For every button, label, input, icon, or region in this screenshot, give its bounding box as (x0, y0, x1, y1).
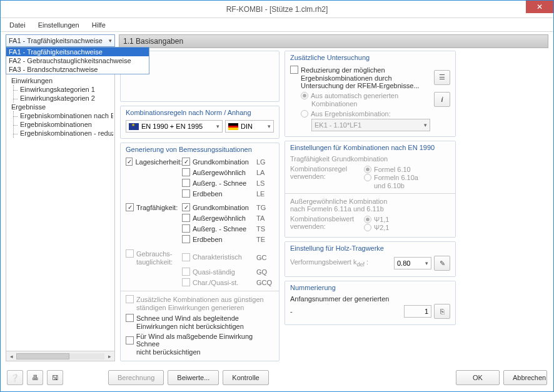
cb-tragfaehigkeit[interactable] (126, 203, 134, 211)
nav-er2[interactable]: Ergebniskombinationen (19, 120, 113, 129)
rad-ek (301, 110, 308, 118)
case-select-value: FA1 - Tragfähigkeitsnachweise (9, 37, 103, 44)
group-generation: Generierung von Bemessungssituationen La… (120, 143, 280, 361)
window-title: RF-KOMBI - [Stütze 1.clm.rh2] (226, 5, 328, 14)
group-zusatz: Zusätzliche Untersuchung Reduzierung der… (285, 51, 456, 137)
code-value: EN 1990 + EN 1995 (141, 123, 203, 130)
cb-tg-erdbeben[interactable] (182, 235, 190, 243)
export-icon-button[interactable]: 🖶 (27, 370, 43, 385)
close-button[interactable]: ✕ (526, 1, 553, 13)
cb-gq (182, 268, 190, 276)
group-generation-title: Generierung von Bemessungssituationen (126, 146, 274, 153)
nav-hscrollbar[interactable]: ◂ ▸ (6, 351, 114, 361)
beiwerte-button[interactable]: Beiwerte... (168, 370, 219, 385)
nav-er3[interactable]: Ergebniskombinationen - reduziert (19, 129, 113, 138)
chevron-down-icon: ▾ (268, 123, 271, 129)
cb-reduce[interactable] (290, 66, 298, 74)
case-select-dropdown: FA1 - Tragfähigkeitsnachweise FA2 - Gebr… (6, 47, 149, 74)
nav-er1[interactable]: Ergebniskombinationen nach Einwirkungen (19, 111, 113, 120)
cb-extra2[interactable] (126, 314, 134, 322)
de-flag-icon (228, 123, 238, 130)
cb-gcq (182, 278, 190, 286)
group-holz: Einstellung für Holz-Tragwerke Verformun… (285, 241, 456, 277)
cb-tg-grund[interactable] (182, 203, 190, 211)
chevron-down-icon: ▾ (109, 38, 112, 44)
help-icon-button[interactable]: ❔ (7, 370, 23, 385)
cb-lg-ausser[interactable] (182, 168, 190, 176)
group-norm: Kombinationsregeln nach Norm / Anhang EN… (120, 106, 280, 139)
kontrolle-button[interactable]: Kontrolle (223, 370, 268, 385)
cb-extra1 (126, 295, 134, 303)
annex-select[interactable]: DIN ▾ (225, 120, 274, 133)
kdef-edit-button[interactable]: ✎ (434, 256, 450, 271)
lbl-tragfaehigkeit: Tragfähigkeit: (136, 204, 178, 211)
numbering-button[interactable]: ⎘ (434, 304, 450, 319)
kdef-select[interactable]: 0.80▾ (394, 257, 431, 269)
annex-value: DIN (241, 123, 253, 130)
cb-lg-schnee[interactable] (182, 179, 190, 187)
cb-gc (182, 253, 190, 261)
cancel-button[interactable]: Abbrechen (503, 370, 547, 385)
page-heading: 1.1 Basisangaben (119, 34, 548, 48)
eu-flag-icon (129, 123, 139, 130)
group-en1990-title: Einstellungen für Kombinationen nach EN … (290, 144, 450, 151)
import-icon-button[interactable]: 🖫 (47, 370, 63, 385)
kdef-label: Verformungsbeiwert kdef : (290, 258, 368, 268)
info-button[interactable]: i (434, 92, 450, 107)
cb-extra3[interactable] (126, 336, 134, 344)
rad-610ab (364, 174, 371, 181)
rad-auto (301, 92, 308, 99)
details-button[interactable]: ☰ (434, 70, 450, 85)
app-window: RF-KOMBI - [Stütze 1.clm.rh2] ✕ Datei Ei… (0, 0, 554, 392)
menu-file[interactable]: Datei (4, 20, 31, 30)
rad-psi21 (364, 224, 371, 231)
nav-ek2[interactable]: Einwirkungskategorien 2 (19, 94, 113, 103)
scroll-right-icon[interactable]: ▸ (104, 353, 114, 359)
nav-ergebnisse[interactable]: Ergebnisse (10, 103, 113, 111)
nav-tree: Einwirkungen Einwirkungskategorien 1 Ein… (6, 51, 115, 361)
case-option-fa2[interactable]: FA2 - Gebrauchstauglichkeitsnachweise (6, 56, 149, 65)
start-number-input[interactable]: 1 (404, 305, 431, 318)
case-option-fa3[interactable]: FA3 - Brandschutznachweise (6, 65, 149, 74)
cb-gebrauch (126, 249, 134, 258)
chevron-down-icon: ▾ (216, 123, 219, 129)
menu-settings[interactable]: Einstellungen (33, 20, 84, 30)
menu-help[interactable]: Hilfe (87, 20, 111, 30)
calc-button: Berechnung (108, 370, 164, 385)
nav-einwirkungen[interactable]: Einwirkungen (10, 76, 113, 85)
group-norm-title: Kombinationsregeln nach Norm / Anhang (126, 109, 274, 116)
right-gutter (461, 51, 548, 361)
nav-ek1[interactable]: Einwirkungskategorien 1 (19, 85, 113, 94)
titlebar: RF-KOMBI - [Stütze 1.clm.rh2] ✕ (1, 1, 553, 18)
cb-lg-grund[interactable] (182, 158, 190, 166)
cb-lagesicherheit[interactable] (126, 158, 133, 166)
toolbar: FA1 - Tragfähigkeitsnachweise ▾ FA1 - Tr… (6, 34, 548, 48)
group-numm-title: Nummerierung (290, 284, 450, 291)
scroll-left-icon[interactable]: ◂ (6, 353, 16, 359)
menubar: Datei Einstellungen Hilfe (1, 18, 553, 32)
group-zusatz-title: Zusätzliche Untersuchung (290, 54, 450, 61)
rad-psi11 (364, 216, 371, 223)
lbl-lagesicherheit: Lagesicherheit: (135, 158, 182, 166)
ek-select: EK1 - 1.10*LF1▾ (311, 119, 430, 131)
case-select[interactable]: FA1 - Tragfähigkeitsnachweise ▾ FA1 - Tr… (6, 34, 115, 47)
case-option-fa1[interactable]: FA1 - Tragfähigkeitsnachweise (6, 48, 149, 56)
rad-610 (364, 166, 371, 173)
group-en1990: Einstellungen für Kombinationen nach EN … (285, 141, 456, 238)
cb-lg-erdbeben[interactable] (182, 189, 190, 198)
group-nummerierung: Nummerierung Anfangsnummer der generiert… (285, 281, 456, 325)
code-select[interactable]: EN 1990 + EN 1995 ▾ (126, 120, 223, 133)
ok-button[interactable]: OK (456, 370, 500, 385)
cb-tg-schnee[interactable] (182, 224, 190, 233)
group-holz-title: Einstellung für Holz-Tragwerke (290, 244, 450, 252)
scroll-thumb[interactable] (16, 353, 69, 359)
cb-tg-ausser[interactable] (182, 214, 190, 222)
footer: ❔ 🖶 🖫 Berechnung Beiwerte... Kontrolle O… (1, 364, 553, 391)
